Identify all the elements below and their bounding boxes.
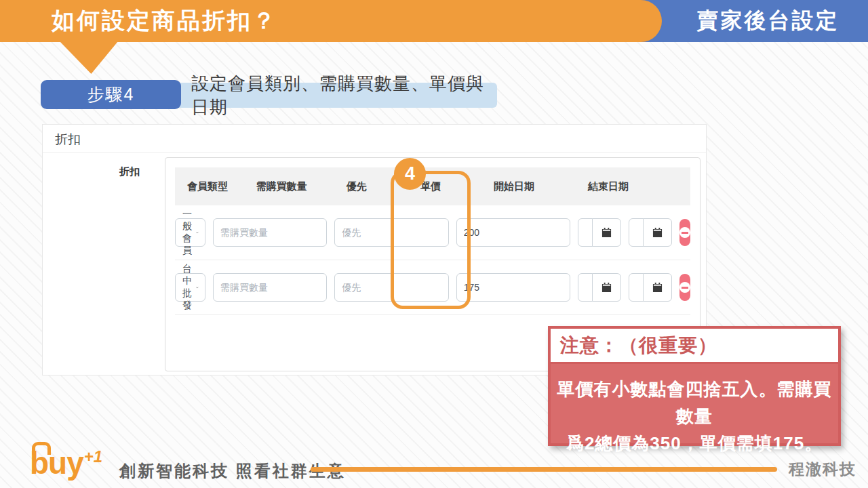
step-badge-label: 步驟4 (87, 83, 135, 106)
minus-circle-icon (679, 227, 690, 238)
note-header: 注意：（很重要） (551, 329, 838, 364)
note-text-line2: 爲2總價為350，單價需填175。 (551, 430, 838, 457)
column-header-quantity: 需購買數量 (248, 180, 315, 193)
member-type-select[interactable]: 一般會員 (175, 218, 205, 247)
table-row: 台中批發 (175, 260, 690, 315)
note-body: 單價有小數點會四捨五入。需購買數量 爲2總價為350，單價需填175。 (551, 364, 838, 457)
member-type-value: 台中批發 (182, 263, 196, 312)
end-date-input[interactable] (629, 273, 644, 302)
end-date-input[interactable] (629, 218, 644, 247)
chevron-down-icon (196, 285, 199, 290)
column-header-end-date: 結束日期 (565, 180, 652, 193)
end-date-group (629, 218, 672, 247)
important-note-box: 注意：（很重要） 單價有小數點會四捨五入。需購買數量 爲2總價為350，單價需填… (548, 326, 841, 446)
quantity-input[interactable] (213, 273, 327, 302)
header-pointer-triangle (60, 41, 118, 74)
remove-row-button[interactable] (679, 219, 690, 246)
calendar-icon[interactable] (643, 273, 672, 302)
column-header-unit-price: 單價 (398, 180, 463, 193)
member-type-value: 一般會員 (182, 208, 196, 257)
logo-plus-one: +1 (84, 447, 102, 466)
buy-plus-one-logo: buy +1 (30, 446, 102, 480)
remove-row-button[interactable] (679, 274, 690, 301)
column-header-priority: 優先 (323, 180, 391, 193)
start-date-input[interactable] (578, 273, 593, 302)
member-type-select[interactable]: 台中批發 (175, 273, 205, 302)
company-name: 程澈科技 (789, 459, 856, 480)
priority-input[interactable] (334, 218, 448, 247)
calendar-icon[interactable] (592, 218, 621, 247)
table-header-row: 會員類型 需購買數量 優先 單價 開始日期 結束日期 (175, 167, 690, 205)
discount-field-label: 折扣 (70, 165, 140, 178)
chevron-down-icon (196, 230, 199, 235)
corner-badge-label: 賣家後台設定 (697, 6, 840, 36)
page-title: 如何設定商品折扣？ (52, 5, 277, 37)
column-header-start-date: 開始日期 (471, 180, 557, 193)
end-date-group (629, 273, 672, 302)
unit-price-input[interactable] (456, 218, 570, 247)
unit-price-input[interactable] (456, 273, 570, 302)
table-row: 一般會員 (175, 205, 690, 260)
minus-circle-icon (679, 282, 690, 293)
step-description: 設定會員類別、需購買數量、單價與日期 (191, 72, 497, 119)
quantity-input[interactable] (213, 218, 327, 247)
calendar-icon[interactable] (643, 218, 672, 247)
priority-input[interactable] (334, 273, 448, 302)
note-title: 注意：（很重要） (560, 333, 717, 359)
card-divider (43, 152, 706, 152)
page-header: 如何設定商品折扣？ (0, 0, 662, 42)
note-text-line1: 單價有小數點會四捨五入。需購買數量 (551, 375, 838, 430)
start-date-group (578, 273, 621, 302)
card-title: 折扣 (55, 131, 81, 148)
corner-badge: 賣家後台設定 (634, 0, 868, 42)
start-date-input[interactable] (578, 218, 593, 247)
footer-divider-line (311, 467, 777, 472)
start-date-group (578, 218, 621, 247)
calendar-icon[interactable] (592, 273, 621, 302)
step-badge: 步驟4 (41, 80, 181, 109)
column-header-member-type: 會員類型 (175, 180, 240, 193)
logo-wordmark: buy (30, 446, 83, 480)
